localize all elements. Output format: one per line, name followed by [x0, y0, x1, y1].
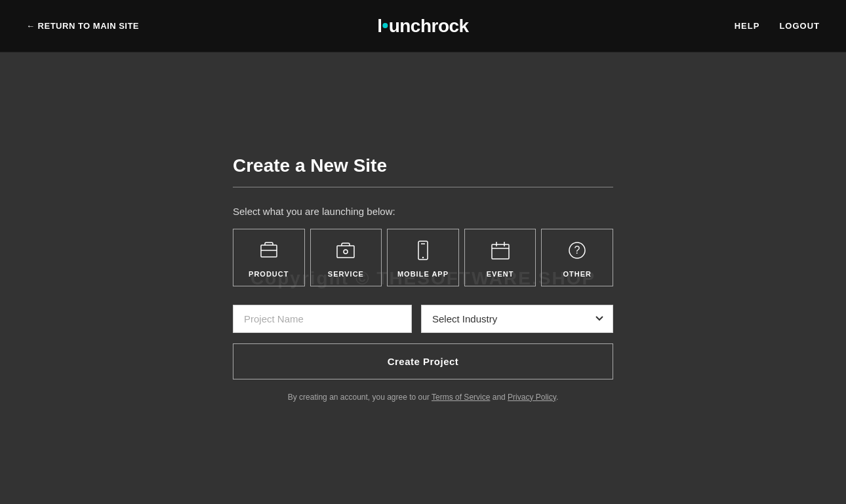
svg-point-5	[422, 256, 424, 258]
logo-text: lunchrock	[377, 16, 468, 36]
product-label: PRODUCT	[249, 270, 289, 278]
form-divider	[233, 187, 613, 187]
return-to-main-site-link[interactable]: ← RETURN TO MAIN SITE	[26, 21, 139, 31]
logout-link[interactable]: LOGOUT	[779, 21, 820, 31]
help-link[interactable]: HELP	[735, 21, 760, 31]
launch-option-other[interactable]: ? OTHER	[541, 229, 613, 286]
privacy-policy-link[interactable]: Privacy Policy	[508, 393, 556, 402]
terms-text: By creating an account, you agree to our…	[233, 393, 613, 402]
header-left: ← RETURN TO MAIN SITE	[26, 21, 139, 31]
terms-suffix: .	[556, 393, 558, 402]
form-title: Create a New Site	[233, 155, 613, 176]
main-content: Copyright © THESOFTWARE.SHOP Create a Ne…	[0, 52, 846, 504]
service-svg	[335, 240, 356, 261]
launch-option-product[interactable]: PRODUCT	[233, 229, 305, 286]
logo-dot	[383, 23, 388, 28]
form-container: Create a New Site Select what you are la…	[233, 155, 613, 402]
logo: lunchrock	[377, 16, 468, 37]
launch-option-service[interactable]: SERVICE	[310, 229, 382, 286]
terms-and: and	[490, 393, 508, 402]
industry-select[interactable]: Select Industry Technology Health Financ…	[421, 305, 613, 333]
mobile-app-svg	[413, 240, 433, 261]
svg-point-3	[344, 250, 348, 254]
terms-of-service-link[interactable]: Terms of Service	[432, 393, 490, 402]
mobile-app-icon	[413, 240, 433, 263]
other-icon: ?	[567, 240, 588, 263]
launch-option-mobile-app[interactable]: MOBILE APP	[387, 229, 459, 286]
event-label: EVENT	[487, 270, 514, 278]
project-name-input[interactable]	[233, 305, 412, 333]
create-project-button[interactable]: Create Project	[233, 343, 613, 379]
product-icon	[258, 240, 279, 263]
header: ← RETURN TO MAIN SITE lunchrock HELP LOG…	[0, 0, 846, 52]
svg-rect-7	[492, 244, 509, 259]
launch-option-event[interactable]: EVENT	[464, 229, 536, 286]
service-label: SERVICE	[328, 270, 364, 278]
svg-rect-0	[261, 245, 277, 257]
form-subtitle: Select what you are launching below:	[233, 206, 613, 217]
terms-prefix: By creating an account, you agree to our	[288, 393, 432, 402]
event-svg	[490, 240, 511, 261]
mobile-app-label: MOBILE APP	[397, 270, 449, 278]
launch-options: PRODUCT SERVICE	[233, 229, 613, 286]
svg-text:?: ?	[574, 244, 580, 256]
other-svg: ?	[567, 240, 588, 261]
product-svg	[258, 240, 279, 261]
svg-rect-2	[337, 246, 354, 258]
other-label: OTHER	[563, 270, 592, 278]
form-fields-row: Select Industry Technology Health Financ…	[233, 305, 613, 333]
header-nav: HELP LOGOUT	[735, 21, 820, 31]
event-icon	[490, 240, 511, 263]
service-icon	[335, 240, 356, 263]
